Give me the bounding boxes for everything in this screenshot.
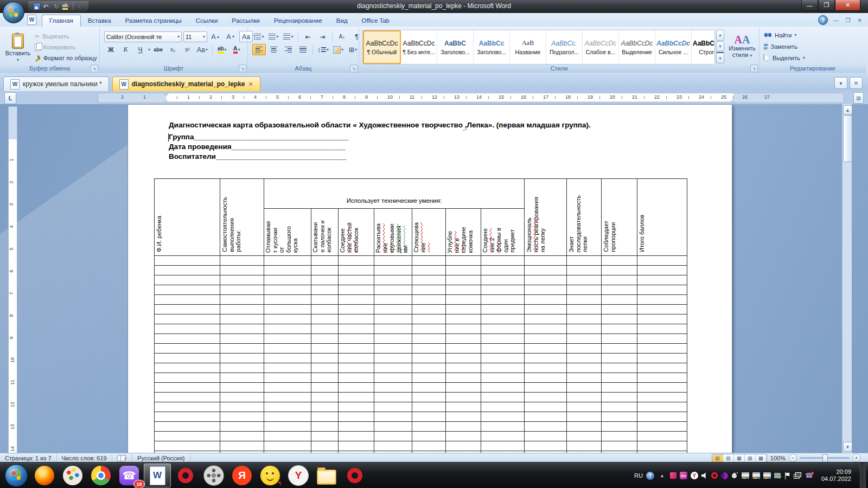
table-cell[interactable]	[220, 363, 264, 373]
word-count[interactable]: Число слов: 619	[57, 453, 112, 463]
zoom-level[interactable]: 100%	[770, 455, 786, 461]
table-cell[interactable]	[155, 344, 220, 354]
table-cell[interactable]	[567, 373, 602, 383]
table-cell[interactable]	[412, 305, 446, 314]
table-cell[interactable]	[374, 275, 412, 285]
table-cell[interactable]	[525, 334, 567, 344]
spelling-button[interactable]: ab▾	[62, 2, 71, 11]
table-cell[interactable]	[374, 285, 412, 295]
tab-list-dropdown-button[interactable]: ▾	[834, 77, 847, 89]
table-cell[interactable]	[602, 373, 637, 383]
table-cell[interactable]	[525, 393, 567, 402]
style-tile[interactable]: AaBbCcDcСлабое в...	[583, 30, 619, 64]
numbering-button[interactable]: ▾	[267, 31, 280, 42]
kmplayer-taskbar-button[interactable]	[200, 464, 227, 487]
table-cell[interactable]	[311, 422, 339, 432]
table-cell[interactable]	[567, 344, 602, 354]
table-cell[interactable]	[481, 441, 525, 451]
table-cell[interactable]	[602, 441, 637, 451]
increase-indent-button[interactable]: ⇥	[316, 31, 329, 42]
table-cell[interactable]	[481, 412, 525, 422]
table-cell[interactable]	[374, 256, 412, 266]
opera-taskbar-button[interactable]	[172, 464, 199, 487]
table-cell[interactable]	[446, 324, 481, 334]
table-cell[interactable]	[339, 256, 374, 266]
table-cell[interactable]	[446, 305, 481, 314]
table-cell[interactable]	[311, 324, 339, 334]
table-cell[interactable]	[374, 266, 412, 275]
document-tab[interactable]: Wdiagnosticheskiy_material_po_lepke✕	[112, 76, 260, 91]
table-cell[interactable]	[602, 305, 637, 314]
table-cell[interactable]	[525, 373, 567, 383]
table-cell[interactable]	[155, 373, 220, 383]
table-cell[interactable]	[155, 354, 220, 363]
table-cell[interactable]	[155, 314, 220, 324]
table-cell[interactable]	[637, 256, 687, 266]
table-cell[interactable]	[567, 324, 602, 334]
table-cell[interactable]	[637, 441, 687, 451]
font-color-dropdown[interactable]: ▾	[238, 47, 240, 52]
table-cell[interactable]	[220, 305, 264, 314]
table-cell[interactable]	[637, 314, 687, 324]
table-cell[interactable]	[602, 344, 637, 354]
table-cell[interactable]	[155, 402, 220, 412]
shrink-font-button[interactable]: А▼	[224, 31, 238, 42]
paste-button[interactable]: Вставить ▾	[3, 30, 33, 66]
table-cell[interactable]	[339, 363, 374, 373]
table-cell[interactable]	[339, 266, 374, 275]
zoom-thumb[interactable]	[822, 454, 828, 463]
yandex-taskbar-button[interactable]: Я	[228, 464, 256, 487]
grow-font-button[interactable]: А▲	[209, 31, 222, 42]
close-tab-icon[interactable]: ✕	[248, 81, 253, 88]
table-cell[interactable]	[637, 393, 687, 402]
table-cell[interactable]	[567, 354, 602, 363]
table-cell[interactable]	[602, 324, 637, 334]
office-button[interactable]	[3, 2, 24, 23]
table-cell[interactable]	[567, 412, 602, 422]
table-cell[interactable]	[446, 363, 481, 373]
table-cell[interactable]	[637, 275, 687, 285]
firefox-taskbar-button[interactable]	[31, 464, 58, 487]
table-cell[interactable]	[412, 334, 446, 344]
style-tile[interactable]: AaBbCc.Подзагол...	[546, 30, 583, 64]
highlight-button[interactable]: ab▾	[215, 44, 229, 55]
left-indent-marker[interactable]	[163, 99, 169, 102]
table-cell[interactable]	[412, 412, 446, 422]
table-cell[interactable]	[525, 402, 567, 412]
table-cell[interactable]	[602, 412, 637, 422]
table-cell[interactable]	[264, 324, 311, 334]
paragraph-dialog-launcher[interactable]: ↘	[350, 65, 358, 72]
table-cell[interactable]	[412, 266, 446, 275]
table-cell[interactable]	[155, 256, 220, 266]
numbering-dropdown[interactable]: ▾	[276, 34, 278, 39]
decrease-indent-button[interactable]: ⇤	[301, 31, 315, 42]
table-cell[interactable]	[374, 363, 412, 373]
font-color-button[interactable]: А▾	[230, 44, 244, 55]
table-cell[interactable]	[567, 402, 602, 412]
styles-scroll-up-button[interactable]: ▲	[716, 30, 724, 41]
customize-qat-button[interactable]: ▾	[75, 2, 84, 11]
table-cell[interactable]	[446, 344, 481, 354]
table-cell[interactable]	[311, 266, 339, 275]
media-tray-icon[interactable]	[721, 472, 728, 479]
table-cell[interactable]	[220, 441, 264, 451]
table-cell[interactable]	[374, 393, 412, 402]
gift-tray-icon[interactable]	[670, 472, 676, 479]
table-cell[interactable]	[481, 285, 525, 295]
table-cell[interactable]	[525, 266, 567, 275]
table-cell[interactable]	[264, 373, 311, 383]
table-cell[interactable]	[412, 285, 446, 295]
close-button[interactable]: ✕	[835, 0, 860, 11]
table-cell[interactable]	[311, 441, 339, 451]
table-cell[interactable]	[446, 373, 481, 383]
table-cell[interactable]	[567, 363, 602, 373]
style-tile[interactable]: AaBbCcDcСтрогий	[692, 30, 715, 64]
table-cell[interactable]	[481, 402, 525, 412]
table-cell[interactable]	[374, 432, 412, 441]
style-tile[interactable]: AaBbCcDcВыделение	[619, 30, 655, 64]
printer-tray-icon[interactable]	[752, 472, 760, 479]
table-cell[interactable]	[567, 441, 602, 451]
table-cell[interactable]	[567, 285, 602, 295]
table-cell[interactable]	[637, 305, 687, 314]
table-cell[interactable]	[311, 314, 339, 324]
